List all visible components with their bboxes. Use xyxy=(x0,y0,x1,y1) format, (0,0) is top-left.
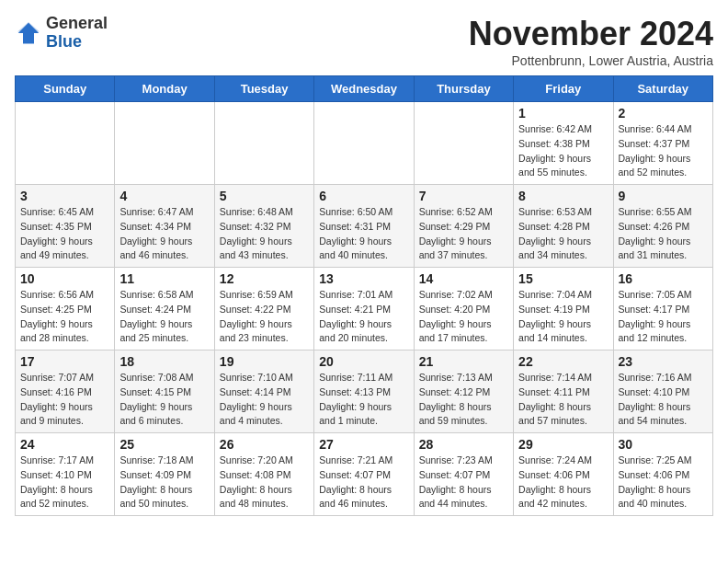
calendar-cell: 25Sunrise: 7:18 AM Sunset: 4:09 PM Dayli… xyxy=(115,433,214,516)
day-number: 20 xyxy=(319,354,408,369)
calendar-cell: 18Sunrise: 7:08 AM Sunset: 4:15 PM Dayli… xyxy=(115,350,214,433)
day-info: Sunrise: 6:53 AM Sunset: 4:28 PM Dayligh… xyxy=(518,205,608,263)
calendar-cell: 27Sunrise: 7:21 AM Sunset: 4:07 PM Dayli… xyxy=(314,433,414,516)
day-info: Sunrise: 7:08 AM Sunset: 4:15 PM Dayligh… xyxy=(119,371,209,429)
calendar-cell: 2Sunrise: 6:44 AM Sunset: 4:37 PM Daylig… xyxy=(613,102,712,185)
calendar-cell: 13Sunrise: 7:01 AM Sunset: 4:21 PM Dayli… xyxy=(314,268,414,350)
logo: General Blue xyxy=(15,15,108,52)
day-info: Sunrise: 7:10 AM Sunset: 4:14 PM Dayligh… xyxy=(220,371,309,429)
day-number: 8 xyxy=(518,189,608,203)
calendar-cell: 15Sunrise: 7:04 AM Sunset: 4:19 PM Dayli… xyxy=(514,268,613,350)
calendar-cell xyxy=(115,102,214,185)
calendar-cell: 20Sunrise: 7:11 AM Sunset: 4:13 PM Dayli… xyxy=(314,350,414,433)
calendar-cell: 10Sunrise: 6:56 AM Sunset: 4:25 PM Dayli… xyxy=(16,268,115,350)
day-info: Sunrise: 7:24 AM Sunset: 4:06 PM Dayligh… xyxy=(518,454,608,511)
day-info: Sunrise: 7:25 AM Sunset: 4:06 PM Dayligh… xyxy=(619,454,708,511)
calendar-cell: 29Sunrise: 7:24 AM Sunset: 4:06 PM Dayli… xyxy=(514,433,613,516)
day-number: 4 xyxy=(119,189,209,203)
calendar-cell: 26Sunrise: 7:20 AM Sunset: 4:08 PM Dayli… xyxy=(214,433,313,516)
day-number: 7 xyxy=(419,189,508,203)
day-number: 2 xyxy=(619,106,708,121)
calendar-cell xyxy=(16,102,115,185)
day-number: 3 xyxy=(20,189,109,203)
day-info: Sunrise: 6:42 AM Sunset: 4:38 PM Dayligh… xyxy=(518,122,608,180)
day-info: Sunrise: 7:17 AM Sunset: 4:10 PM Dayligh… xyxy=(20,454,109,511)
calendar-cell: 21Sunrise: 7:13 AM Sunset: 4:12 PM Dayli… xyxy=(414,350,513,433)
calendar-cell: 22Sunrise: 7:14 AM Sunset: 4:11 PM Dayli… xyxy=(514,350,613,433)
day-number: 24 xyxy=(20,437,109,452)
calendar-cell xyxy=(314,102,414,185)
day-number: 10 xyxy=(20,271,109,286)
day-info: Sunrise: 7:18 AM Sunset: 4:09 PM Dayligh… xyxy=(119,454,209,511)
calendar-table: SundayMondayTuesdayWednesdayThursdayFrid… xyxy=(15,75,713,516)
weekday-header: Tuesday xyxy=(214,76,313,102)
day-info: Sunrise: 7:07 AM Sunset: 4:16 PM Dayligh… xyxy=(20,371,109,429)
calendar-week-row: 24Sunrise: 7:17 AM Sunset: 4:10 PM Dayli… xyxy=(16,433,713,516)
logo-icon xyxy=(15,19,42,47)
day-number: 21 xyxy=(419,354,508,369)
calendar-cell xyxy=(414,102,513,185)
calendar-cell: 12Sunrise: 6:59 AM Sunset: 4:22 PM Dayli… xyxy=(214,268,313,350)
weekday-header: Friday xyxy=(514,76,613,102)
calendar-week-row: 10Sunrise: 6:56 AM Sunset: 4:25 PM Dayli… xyxy=(16,268,713,350)
day-info: Sunrise: 6:50 AM Sunset: 4:31 PM Dayligh… xyxy=(319,205,408,263)
day-info: Sunrise: 6:56 AM Sunset: 4:25 PM Dayligh… xyxy=(20,288,109,346)
day-info: Sunrise: 7:14 AM Sunset: 4:11 PM Dayligh… xyxy=(518,371,608,429)
calendar-cell: 9Sunrise: 6:55 AM Sunset: 4:26 PM Daylig… xyxy=(613,185,712,268)
day-info: Sunrise: 7:04 AM Sunset: 4:19 PM Dayligh… xyxy=(518,288,608,346)
header-row: SundayMondayTuesdayWednesdayThursdayFrid… xyxy=(16,76,713,102)
day-number: 30 xyxy=(619,437,708,452)
calendar-cell: 3Sunrise: 6:45 AM Sunset: 4:35 PM Daylig… xyxy=(16,185,115,268)
calendar-cell: 1Sunrise: 6:42 AM Sunset: 4:38 PM Daylig… xyxy=(514,102,613,185)
day-number: 29 xyxy=(518,437,608,452)
day-info: Sunrise: 7:21 AM Sunset: 4:07 PM Dayligh… xyxy=(319,454,408,511)
day-number: 27 xyxy=(319,437,408,452)
day-info: Sunrise: 6:55 AM Sunset: 4:26 PM Dayligh… xyxy=(619,205,708,263)
day-number: 15 xyxy=(518,271,608,286)
calendar-cell: 19Sunrise: 7:10 AM Sunset: 4:14 PM Dayli… xyxy=(214,350,313,433)
calendar-cell: 4Sunrise: 6:47 AM Sunset: 4:34 PM Daylig… xyxy=(115,185,214,268)
day-number: 25 xyxy=(119,437,209,452)
calendar-cell: 6Sunrise: 6:50 AM Sunset: 4:31 PM Daylig… xyxy=(314,185,414,268)
calendar-cell: 16Sunrise: 7:05 AM Sunset: 4:17 PM Dayli… xyxy=(613,268,712,350)
day-info: Sunrise: 7:02 AM Sunset: 4:20 PM Dayligh… xyxy=(419,288,508,346)
day-number: 17 xyxy=(20,354,109,369)
calendar-cell: 7Sunrise: 6:52 AM Sunset: 4:29 PM Daylig… xyxy=(414,185,513,268)
day-info: Sunrise: 7:13 AM Sunset: 4:12 PM Dayligh… xyxy=(419,371,508,429)
day-info: Sunrise: 6:59 AM Sunset: 4:22 PM Dayligh… xyxy=(220,288,309,346)
weekday-header: Monday xyxy=(115,76,214,102)
calendar-week-row: 1Sunrise: 6:42 AM Sunset: 4:38 PM Daylig… xyxy=(16,102,713,185)
day-number: 13 xyxy=(319,271,408,286)
calendar-cell: 30Sunrise: 7:25 AM Sunset: 4:06 PM Dayli… xyxy=(613,433,712,516)
day-number: 22 xyxy=(518,354,608,369)
day-number: 14 xyxy=(419,271,508,286)
calendar-cell xyxy=(214,102,313,185)
calendar-cell: 8Sunrise: 6:53 AM Sunset: 4:28 PM Daylig… xyxy=(514,185,613,268)
day-number: 1 xyxy=(518,106,608,121)
day-number: 11 xyxy=(119,271,209,286)
day-info: Sunrise: 6:52 AM Sunset: 4:29 PM Dayligh… xyxy=(419,205,508,263)
day-number: 23 xyxy=(619,354,708,369)
day-number: 12 xyxy=(220,271,309,286)
weekday-header: Saturday xyxy=(613,76,712,102)
day-info: Sunrise: 6:48 AM Sunset: 4:32 PM Dayligh… xyxy=(220,205,309,263)
calendar-cell: 14Sunrise: 7:02 AM Sunset: 4:20 PM Dayli… xyxy=(414,268,513,350)
page-header: General Blue November 2024 Pottenbrunn, … xyxy=(15,15,713,68)
calendar-week-row: 3Sunrise: 6:45 AM Sunset: 4:35 PM Daylig… xyxy=(16,185,713,268)
day-info: Sunrise: 6:47 AM Sunset: 4:34 PM Dayligh… xyxy=(119,205,209,263)
day-info: Sunrise: 7:01 AM Sunset: 4:21 PM Dayligh… xyxy=(319,288,408,346)
day-info: Sunrise: 6:44 AM Sunset: 4:37 PM Dayligh… xyxy=(619,122,708,180)
calendar-week-row: 17Sunrise: 7:07 AM Sunset: 4:16 PM Dayli… xyxy=(16,350,713,433)
day-info: Sunrise: 6:45 AM Sunset: 4:35 PM Dayligh… xyxy=(20,205,109,263)
day-number: 6 xyxy=(319,189,408,203)
weekday-header: Thursday xyxy=(414,76,513,102)
day-info: Sunrise: 7:23 AM Sunset: 4:07 PM Dayligh… xyxy=(419,454,508,511)
calendar-cell: 11Sunrise: 6:58 AM Sunset: 4:24 PM Dayli… xyxy=(115,268,214,350)
location: Pottenbrunn, Lower Austria, Austria xyxy=(469,53,713,68)
day-info: Sunrise: 7:20 AM Sunset: 4:08 PM Dayligh… xyxy=(220,454,309,511)
calendar-cell: 23Sunrise: 7:16 AM Sunset: 4:10 PM Dayli… xyxy=(613,350,712,433)
weekday-header: Wednesday xyxy=(314,76,414,102)
weekday-header: Sunday xyxy=(16,76,115,102)
calendar-cell: 24Sunrise: 7:17 AM Sunset: 4:10 PM Dayli… xyxy=(16,433,115,516)
day-number: 28 xyxy=(419,437,508,452)
